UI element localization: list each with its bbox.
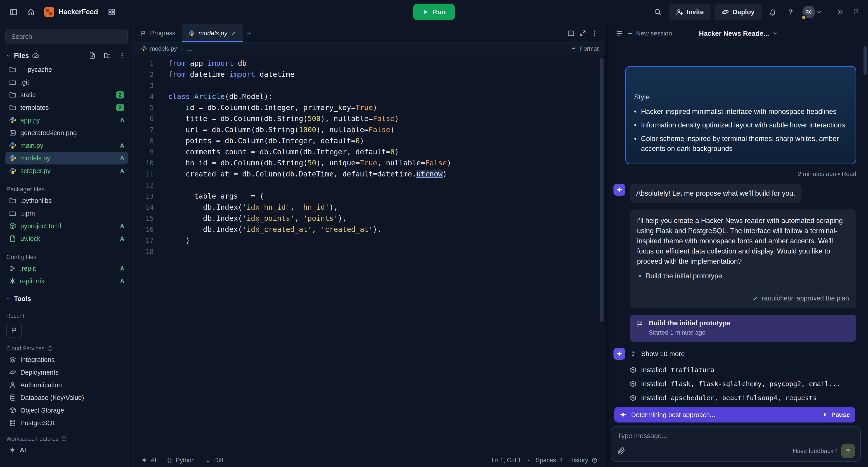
collapse-panel-button[interactable] xyxy=(835,6,846,18)
file-item-pythonlibs[interactable]: .pythonlibs xyxy=(5,194,128,207)
file-item-main-py[interactable]: main.pyA xyxy=(5,139,128,152)
recent-tool-agent[interactable] xyxy=(6,323,22,338)
split-view-button[interactable] xyxy=(565,27,577,39)
ai-spark-icon xyxy=(616,351,622,357)
breadcrumb-file[interactable]: models.py xyxy=(150,45,177,52)
chevron-down-icon[interactable] xyxy=(5,296,11,301)
file-item-generated-icon[interactable]: generated-icon.png xyxy=(5,127,128,139)
file-item-static[interactable]: static2 xyxy=(5,89,128,101)
file-item-models-py[interactable]: models.pyA xyxy=(5,152,128,165)
breadcrumb-more[interactable]: ... xyxy=(188,45,193,52)
search-input[interactable] xyxy=(5,29,128,44)
proposal-text: I'll help you create a Hacker News reade… xyxy=(637,216,849,267)
folder-icon xyxy=(9,197,16,204)
deploy-button[interactable]: Deploy xyxy=(715,4,762,20)
show-more[interactable]: Show 10 more xyxy=(614,348,856,360)
workspace-layout-button[interactable] xyxy=(104,5,119,19)
send-button[interactable] xyxy=(841,444,855,458)
project-chip[interactable]: HackerFeed xyxy=(41,7,102,17)
pennant-icon xyxy=(852,8,859,15)
account-menu[interactable]: RC xyxy=(802,6,823,18)
expand-pane-button[interactable] xyxy=(577,27,589,39)
search-button[interactable] xyxy=(651,5,665,19)
file-item-replit-nix[interactable]: replit.nixA xyxy=(5,275,128,288)
run-button[interactable]: Run xyxy=(413,4,455,20)
code-editor[interactable]: 123456789101112131415161718 from app imp… xyxy=(134,55,605,453)
sidebar-item-object-storage[interactable]: Object Storage xyxy=(5,404,128,416)
indentation-setting[interactable]: Spaces: 4 xyxy=(536,457,563,464)
invite-button[interactable]: Invite xyxy=(669,4,711,20)
sidebar-item-authentication[interactable]: Authentication xyxy=(5,379,128,391)
sidebar-item-ai[interactable]: AI xyxy=(5,444,128,456)
feedback-link[interactable]: Have feedback? xyxy=(793,447,837,455)
pane-divider[interactable] xyxy=(605,24,609,467)
sidebar-item-postgresql[interactable]: PostgreSQL xyxy=(5,416,128,429)
chat-content: Style: Hacker-inspired minimalist interf… xyxy=(614,66,856,402)
code-line: from datetime import datetime xyxy=(168,69,605,80)
breadcrumb: models.py ... Format xyxy=(134,42,605,55)
notifications-button[interactable] xyxy=(765,5,780,19)
file-item-templates[interactable]: templates2 xyxy=(5,101,128,114)
sidebar-toggle-button[interactable] xyxy=(6,5,21,19)
tab-models-py[interactable]: models.py xyxy=(182,24,243,42)
home-button[interactable] xyxy=(24,5,38,19)
info-icon[interactable] xyxy=(61,436,67,442)
package-icon xyxy=(630,366,637,373)
new-session-button[interactable]: New session xyxy=(627,30,672,37)
file-item-replit[interactable]: .replitA xyxy=(5,262,128,275)
close-tab-icon[interactable] xyxy=(231,31,237,36)
message-input[interactable] xyxy=(618,432,855,440)
new-file-button[interactable] xyxy=(86,50,98,62)
ai-status[interactable]: AI xyxy=(141,457,156,464)
task-meta: Started 1 minute ago xyxy=(649,329,731,336)
file-item-upm[interactable]: .upm xyxy=(5,207,128,220)
folder-icon xyxy=(9,79,16,86)
file-item-git[interactable]: .git xyxy=(5,76,128,89)
image-icon xyxy=(9,129,16,136)
history-button[interactable]: History xyxy=(569,457,598,464)
code-line: url = db.Column(db.String(1000), nullabl… xyxy=(168,124,605,135)
package-icon xyxy=(630,380,637,387)
task-card[interactable]: Build the initial prototype Started 1 mi… xyxy=(630,315,856,342)
cursor-position[interactable]: Ln 1, Col 1 xyxy=(492,457,521,464)
pennant-icon xyxy=(10,327,18,334)
pane-menu-button[interactable] xyxy=(589,27,600,39)
brief-heading: Style: xyxy=(634,92,847,102)
language-status[interactable]: Python xyxy=(166,457,195,464)
flag-panel-button[interactable] xyxy=(850,6,862,18)
sidebar-item-database[interactable]: Database (Key/Value) xyxy=(5,391,128,404)
file-item-scraper-py[interactable]: scraper.pyA xyxy=(5,165,128,177)
diff-status[interactable]: Diff xyxy=(205,457,223,464)
editor-scrollbar[interactable] xyxy=(600,58,603,322)
code-line xyxy=(168,179,605,191)
tab-progress[interactable]: Progress xyxy=(134,24,182,42)
file-item-pyproject[interactable]: pyproject.tomlA xyxy=(5,220,128,232)
file-item-uv-lock[interactable]: uv.lockA xyxy=(5,232,128,245)
new-folder-button[interactable] xyxy=(101,50,113,62)
chat-scrollbar[interactable] xyxy=(864,46,867,75)
git-added-badge: A xyxy=(120,117,124,124)
files-menu-button[interactable] xyxy=(116,50,128,62)
sidebar-item-integrations[interactable]: Integrations xyxy=(5,353,128,366)
chevron-down-icon[interactable] xyxy=(5,53,11,58)
format-button[interactable]: Format xyxy=(571,45,598,52)
ai-spinner-icon xyxy=(620,411,627,418)
change-count-badge: 2 xyxy=(116,91,124,99)
chat-scroll[interactable]: Style: Hacker-inspired minimalist interf… xyxy=(609,42,868,407)
sidebar-item-deployments[interactable]: Deployments xyxy=(5,366,128,379)
brief-bullets: Hacker-inspired minimalist interface wit… xyxy=(634,107,847,154)
session-title[interactable]: Hacker News Reade... xyxy=(699,30,778,37)
file-item-app-py[interactable]: app.pyA xyxy=(5,114,128,127)
attach-button[interactable] xyxy=(618,447,625,455)
pause-button[interactable]: Pause xyxy=(822,411,850,419)
file-item-pycache[interactable]: __pycache__ xyxy=(5,63,128,76)
git-added-badge: A xyxy=(120,235,124,242)
session-list-button[interactable] xyxy=(614,28,625,39)
info-icon[interactable] xyxy=(47,345,53,351)
new-tab-button[interactable] xyxy=(243,27,255,39)
pennant-icon xyxy=(636,321,643,328)
help-button[interactable]: ? xyxy=(783,5,798,19)
git-added-badge: A xyxy=(120,155,124,162)
plus-icon xyxy=(627,31,633,36)
editor-pane: Progress models.py models.py ... xyxy=(134,24,605,467)
